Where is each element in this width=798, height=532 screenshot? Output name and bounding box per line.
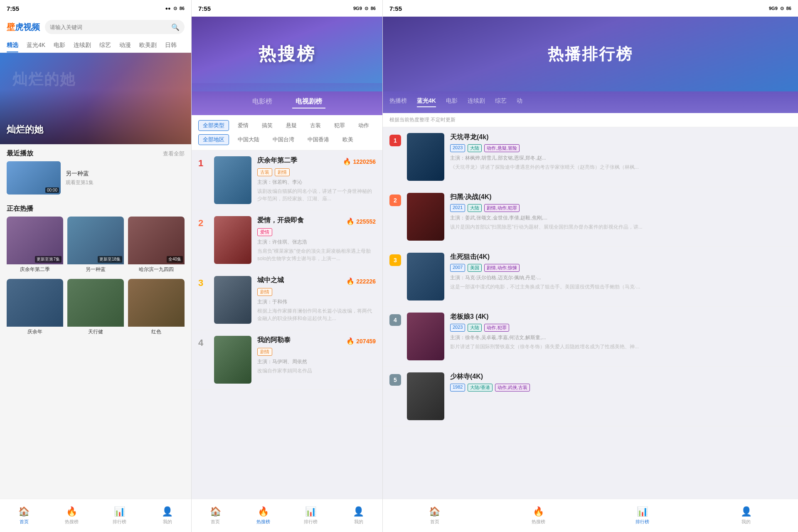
search-icon: 🔍: [171, 23, 180, 31]
mine-label-3: 我的: [741, 519, 751, 525]
rank-desc-1: 该剧改编自猫腻的同名小说，讲述了一个身世神秘的少年范闲，历经家族、江湖、庙...: [257, 187, 376, 202]
hot-section-header: 正在热播: [0, 200, 191, 217]
rank-item-3[interactable]: 3 城中之城 🔥 222226 剧情 主演：于和伟 根据上海作家滕肖澜创作同名长…: [192, 270, 382, 330]
bnav-hot-3[interactable]: 🔥 热搜榜: [487, 499, 591, 532]
tab-bluray4k[interactable]: 蓝光4K: [27, 38, 45, 52]
bnav-mine-2[interactable]: 👤 我的: [335, 499, 382, 532]
filter-all-region[interactable]: 全部地区: [198, 134, 229, 145]
tab-western[interactable]: 欧美剧: [139, 38, 157, 52]
bnav-home-3[interactable]: 🏠 首页: [383, 499, 487, 532]
hot-name-6: 红色: [128, 327, 185, 337]
rank-item-3-5[interactable]: 5 少林寺(4K) 1982 大陆/香港 动作,武侠,古装: [383, 367, 798, 426]
rank-item-4[interactable]: 4 我的阿勒泰 🔥 207459 剧情 主演：马伊琍、周依然 改编自作家李娟同名…: [192, 330, 382, 390]
rank-info-3-4: 老板娘3 (4K) 2023 大陆 动作,犯罪 主演：徐冬冬,吴卓羲,李嘉,何洁…: [450, 313, 791, 360]
mine-label-1: 我的: [163, 519, 172, 525]
gradient-header-3: 热播排行榜: [383, 17, 798, 91]
bnav-rank-3[interactable]: 📊 排行榜: [591, 499, 695, 532]
rank-desc-3-2: 该片是国内首部以"扫黑除恶"行动为题材、展现全国扫黑办督办案件的影视化作品，讲.…: [450, 223, 791, 231]
ranktab-hot[interactable]: 热播榜: [389, 96, 407, 107]
bnav-hot-2[interactable]: 🔥 热搜榜: [239, 499, 287, 532]
mine-icon-3: 👤: [741, 506, 752, 517]
home-icon-3: 🏠: [429, 506, 440, 517]
recent-ep: 观看至第1集: [66, 179, 185, 186]
tab-japanese[interactable]: 日韩: [165, 38, 177, 52]
hot-card-1[interactable]: 更新至第7集 庆余年第二季: [7, 217, 63, 275]
rank-cast-2: 主演：许佳琪、张志浩: [257, 239, 376, 246]
recent-info: 另一种蓝 观看至第1集: [66, 170, 185, 186]
ranktab-variety[interactable]: 综艺: [495, 96, 507, 107]
rank-num-3-3: 3: [389, 254, 401, 266]
filter-crime[interactable]: 犯罪: [330, 120, 350, 131]
ranktab-series[interactable]: 连续剧: [468, 96, 485, 107]
home-label-2: 首页: [211, 519, 220, 525]
ranktab-more[interactable]: 动: [517, 96, 522, 107]
filter-love[interactable]: 爱情: [233, 120, 253, 131]
gradient-header-2: 热搜榜: [192, 17, 382, 91]
filter-western[interactable]: 欧美: [338, 134, 358, 145]
filter-comedy[interactable]: 搞笑: [257, 120, 277, 131]
hot-card-2[interactable]: 更新至18集 另一种蓝: [67, 217, 124, 275]
bnav-mine-3[interactable]: 👤 我的: [694, 499, 798, 532]
tab-anime[interactable]: 动漫: [119, 38, 131, 52]
hot-label-2: 热搜榜: [256, 519, 270, 525]
rank-num-3-2: 2: [389, 195, 401, 206]
rank-item-3-3[interactable]: 3 生死狙击(4K) 2007 美国 剧情,动作,惊悚 主演：马克·沃尔伯格,迈…: [383, 247, 798, 307]
bottom-nav-1: 🏠 首页 🔥 热搜榜 📊 排行榜 👤 我的: [0, 499, 191, 532]
rank-tags-2: 爱情: [257, 228, 376, 236]
recent-title: 最近播放: [7, 149, 33, 158]
hot-card-4[interactable]: 庆余年: [7, 279, 63, 337]
rank-item-3-1[interactable]: 1 天坑寻龙(4k) 2023 大陆 动作,悬疑,冒险 主演：林枫烨,胡雪儿,部…: [383, 127, 798, 187]
ranktab-movie[interactable]: 电影: [446, 96, 458, 107]
bnav-home-1[interactable]: 🏠 首页: [0, 499, 48, 532]
bnav-mine-1[interactable]: 👤 我的: [143, 499, 191, 532]
search-bar[interactable]: 🔍: [45, 20, 185, 34]
rank-tags-3-5: 1982 大陆/香港 动作,武侠,古装: [450, 384, 791, 392]
search-input[interactable]: [50, 24, 169, 30]
rank-tags-3-4: 2023 大陆 动作,犯罪: [450, 324, 791, 332]
heat-icon-4: 🔥: [346, 337, 355, 345]
bnav-hot-1[interactable]: 🔥 热搜榜: [48, 499, 96, 532]
hot-card-5[interactable]: 天行健: [67, 279, 124, 337]
filter-taiwan[interactable]: 中国台湾: [268, 134, 299, 145]
rank-num-3-5: 5: [389, 374, 401, 386]
tag-love-2: 爱情: [257, 228, 272, 236]
tab-movie[interactable]: 电影: [54, 38, 65, 52]
rank-label-2: 排行榜: [304, 519, 318, 525]
rank-item-2[interactable]: 2 爱情，开袋即食 🔥 225552 爱情 主演：许佳琪、张志浩 当肩负"棵菜家…: [192, 210, 382, 270]
hot-card-6[interactable]: 红色: [128, 279, 185, 337]
banner[interactable]: 灿烂的她 灿烂的她: [0, 53, 191, 144]
rank-item-1[interactable]: 1 庆余年第二季 🔥 1220256 古装 剧情 主演：张若昀、李沁 该剧改编自…: [192, 150, 382, 210]
rank-title-1: 庆余年第二季: [257, 156, 297, 165]
filter-action[interactable]: 动作: [354, 120, 374, 131]
tab-jingxuan[interactable]: 精选: [7, 38, 18, 52]
tab-variety[interactable]: 综艺: [99, 38, 111, 52]
hot-card-3[interactable]: 全40集 哈尔滨一九四四: [128, 217, 185, 275]
mine-icon-1: 👤: [162, 506, 173, 517]
home-label-3: 首页: [430, 519, 439, 525]
ranking-list-2: 1 庆余年第二季 🔥 1220256 古装 剧情 主演：张若昀、李沁 该剧改编自…: [192, 150, 382, 532]
rank-info-3-1: 天坑寻龙(4k) 2023 大陆 动作,悬疑,冒险 主演：林枫烨,胡雪儿,部玄铭…: [450, 133, 791, 181]
signal-icon: ●●: [165, 6, 170, 11]
tab-series[interactable]: 连续剧: [74, 38, 91, 52]
filter-costume[interactable]: 古装: [305, 120, 325, 131]
rank-item-3-2[interactable]: 2 扫黑·决战(4K) 2021 大陆 剧情,动作,犯罪 主演：姜武,张颂文,金…: [383, 187, 798, 247]
bnav-rank-2[interactable]: 📊 排行榜: [287, 499, 335, 532]
rank-thumb-4: [214, 336, 251, 384]
nav-tabs-1: 精选 蓝光4K 电影 连续剧 综艺 动漫 欧美剧 日韩: [0, 38, 191, 53]
tag-drama-3: 剧情: [257, 288, 272, 296]
tag-year-4: 2023: [450, 324, 465, 332]
recent-more[interactable]: 查看全部: [163, 150, 185, 158]
bnav-rank-1[interactable]: 📊 排行榜: [96, 499, 143, 532]
recent-item[interactable]: 00:00 另一种蓝 观看至第1集: [7, 161, 185, 195]
rank-desc-3-1: 《天坑寻龙》讲述了探险途中遭遇意外的考古学家张晴天（赵亮饰）之子张枫（林枫...: [450, 163, 791, 171]
bnav-home-2[interactable]: 🏠 首页: [192, 499, 239, 532]
filter-hk[interactable]: 中国香港: [303, 134, 334, 145]
ranktab-bluray[interactable]: 蓝光4K: [417, 96, 436, 107]
tag-region-1: 大陆: [468, 144, 482, 152]
filter-all-type[interactable]: 全部类型: [198, 120, 229, 131]
filter-mainland[interactable]: 中国大陆: [233, 134, 264, 145]
rank-item-3-4[interactable]: 4 老板娘3 (4K) 2023 大陆 动作,犯罪 主演：徐冬冬,吴卓羲,李嘉,…: [383, 307, 798, 367]
tag-drama-1: 剧情: [275, 168, 290, 176]
rank-cast-4: 主演：马伊琍、周依然: [257, 358, 376, 365]
filter-mystery[interactable]: 悬疑: [281, 120, 301, 131]
